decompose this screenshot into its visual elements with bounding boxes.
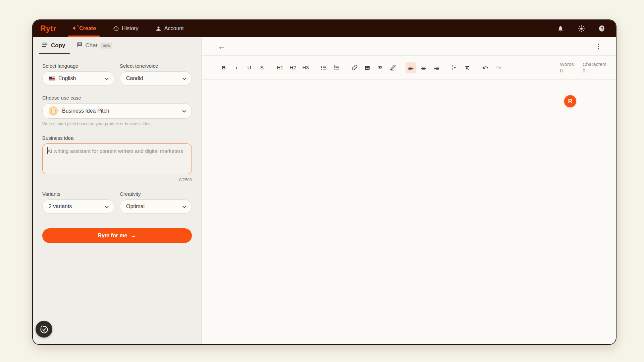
h1-button[interactable]: H1 [275, 62, 285, 73]
words-label: Words [560, 62, 574, 67]
variants-value: 2 variants [49, 203, 72, 209]
characters-label: Characters [583, 62, 606, 67]
language-label: Select language [42, 63, 114, 69]
bullet-list-button[interactable] [318, 62, 329, 73]
select-all-button[interactable] [449, 62, 460, 73]
ryte-for-me-button[interactable]: Ryte for me → [42, 228, 192, 243]
nav-create-label: Create [79, 25, 96, 32]
sparkle-icon: ✦ [72, 25, 76, 31]
align-right-button[interactable] [431, 62, 442, 73]
creativity-value: Optimal [126, 203, 145, 209]
tab-copy-label: Copy [51, 42, 65, 49]
notifications-bell-icon[interactable] [557, 25, 564, 32]
app-window: Rytr ✦ Create History Account [32, 19, 616, 345]
variants-select[interactable]: 2 variants [42, 199, 114, 214]
tab-chat[interactable]: Chat new [77, 37, 113, 54]
usecase-doc-icon [49, 106, 58, 116]
undo-button[interactable] [480, 62, 491, 73]
tab-copy[interactable]: Copy [42, 37, 65, 54]
image-button[interactable] [362, 62, 373, 73]
variants-label: Variants [42, 191, 114, 197]
help-icon[interactable]: ? [598, 25, 606, 32]
chevron-down-icon [182, 108, 186, 114]
numbered-list-button[interactable]: 123 [331, 62, 342, 73]
h2-button[interactable]: H2 [287, 62, 298, 73]
nav-history[interactable]: History [109, 20, 143, 37]
history-clock-icon [113, 25, 119, 32]
chevron-down-icon [182, 203, 186, 209]
person-icon [155, 25, 162, 32]
nav-account[interactable]: Account [151, 20, 188, 37]
idea-label: Business idea [42, 135, 192, 141]
chevron-down-icon [182, 75, 186, 81]
usecase-help-text: Write a short pitch based on your produc… [42, 122, 192, 126]
svg-text:?: ? [601, 26, 603, 31]
usecase-label: Choose use case [42, 95, 192, 101]
theme-sun-icon[interactable] [578, 25, 585, 32]
main-area: Copy Chat new Select language [33, 37, 616, 344]
blockquote-button[interactable]: ” [375, 64, 385, 75]
redo-button[interactable] [493, 62, 503, 73]
tone-label: Select tone/voice [120, 63, 192, 69]
cta-label: Ryte for me [98, 233, 127, 239]
chat-bubble-icon [77, 42, 83, 49]
usecase-value: Business Idea Pitch [62, 108, 109, 114]
business-idea-input[interactable] [42, 143, 192, 174]
new-badge: new [100, 43, 112, 49]
sidebar-tabs: Copy Chat new [33, 37, 201, 54]
arrow-right-icon: → [131, 232, 137, 239]
chevron-down-icon [105, 203, 109, 209]
characters-count: 0 [583, 68, 606, 73]
kebab-menu-icon[interactable]: ⋮ [595, 42, 602, 50]
rytr-logo[interactable]: Rytr [40, 20, 56, 37]
tab-chat-label: Chat [86, 42, 98, 49]
nav-create[interactable]: ✦ Create [68, 20, 100, 37]
char-counter: 0/2500 [42, 178, 192, 182]
creativity-select[interactable]: Optimal [120, 199, 192, 214]
sidebar-form: Select language English Select tone/voic… [33, 54, 201, 344]
editor-pane: ← ⋮ B i U S H1 H2 H3 [202, 37, 616, 344]
tone-select[interactable]: Candid [120, 71, 192, 85]
underline-button[interactable]: U [244, 62, 255, 73]
us-flag-icon [49, 76, 55, 81]
tone-value: Candid [126, 75, 143, 81]
language-select[interactable]: English [42, 71, 114, 85]
nav-items: ✦ Create History Account [68, 20, 188, 37]
usecase-select[interactable]: Business Idea Pitch [42, 103, 192, 119]
editor-header: ← ⋮ [202, 37, 616, 56]
editor-canvas[interactable]: R [202, 80, 616, 344]
strikethrough-button[interactable]: S [257, 62, 267, 73]
back-arrow-icon[interactable]: ← [218, 42, 226, 50]
desktop-background: Rytr ✦ Create History Account [0, 0, 644, 362]
align-center-button[interactable] [418, 62, 429, 73]
chevron-down-icon [105, 75, 109, 81]
words-count: 0 [560, 68, 574, 73]
highlight-pen-button[interactable] [387, 62, 398, 73]
h3-button[interactable]: H3 [300, 62, 311, 73]
bold-button[interactable]: B [218, 62, 229, 73]
nav-history-label: History [122, 25, 139, 32]
rytr-avatar-badge[interactable]: R [564, 95, 576, 107]
creativity-label: Creativity [120, 191, 192, 197]
italic-button[interactable]: i [231, 62, 242, 73]
copy-lines-icon [42, 42, 48, 49]
navbar-right: ? [557, 20, 606, 37]
top-navbar: Rytr ✦ Create History Account [33, 20, 616, 37]
svg-text:3: 3 [334, 68, 335, 70]
align-left-button[interactable] [406, 62, 416, 73]
nav-account-label: Account [164, 25, 184, 32]
language-value: English [58, 75, 76, 81]
link-button[interactable] [349, 62, 360, 73]
clear-formatting-button[interactable] [462, 62, 473, 73]
editor-stats: Words 0 Characters 0 [560, 62, 608, 73]
text-cursor [47, 147, 48, 154]
editor-toolbar: B i U S H1 H2 H3 [202, 56, 616, 80]
cookie-consent-widget[interactable] [36, 321, 52, 338]
sidebar: Copy Chat new Select language [33, 37, 202, 344]
